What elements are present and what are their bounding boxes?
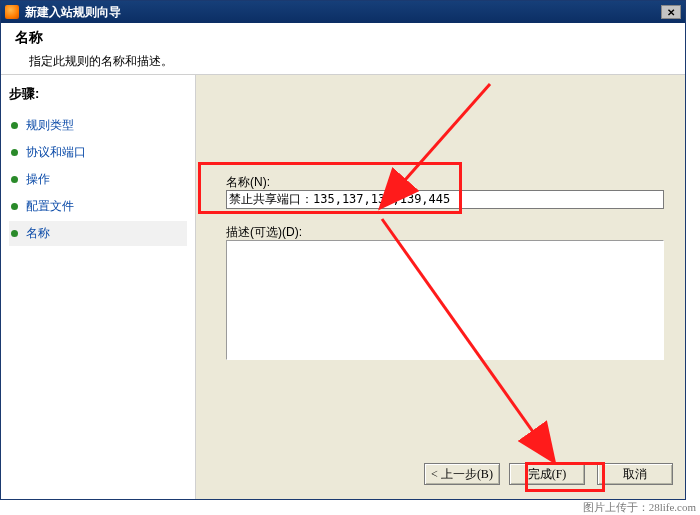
bullet-icon — [11, 149, 18, 156]
steps-sidebar: 步骤: 规则类型 协议和端口 操作 配置文件 — [1, 75, 196, 499]
step-label: 规则类型 — [26, 117, 74, 134]
description-label: 描述(可选)(D): — [226, 224, 302, 241]
titlebar: 新建入站规则向导 ✕ — [1, 1, 685, 23]
step-label: 操作 — [26, 171, 50, 188]
step-label: 名称 — [26, 225, 50, 242]
description-textarea[interactable] — [226, 240, 664, 360]
bullet-icon — [11, 203, 18, 210]
watermark-text: 图片上传于：28life.com — [583, 500, 696, 515]
window-title: 新建入站规则向导 — [25, 4, 661, 21]
step-action[interactable]: 操作 — [9, 167, 187, 192]
step-label: 协议和端口 — [26, 144, 86, 161]
name-input[interactable] — [226, 190, 664, 209]
finish-button[interactable]: 完成(F) — [509, 463, 585, 485]
name-label: 名称(N): — [226, 174, 270, 191]
bullet-icon — [11, 122, 18, 129]
step-profile[interactable]: 配置文件 — [9, 194, 187, 219]
step-name[interactable]: 名称 — [9, 221, 187, 246]
bullet-icon — [11, 230, 18, 237]
close-button[interactable]: ✕ — [661, 5, 681, 19]
bullet-icon — [11, 176, 18, 183]
steps-title: 步骤: — [9, 85, 187, 103]
cancel-button[interactable]: 取消 — [597, 463, 673, 485]
firewall-icon — [5, 5, 19, 19]
wizard-content: 名称(N): 描述(可选)(D): < 上一步(B) 完成(F) 取消 — [196, 75, 685, 499]
back-button[interactable]: < 上一步(B) — [424, 463, 500, 485]
header-subtitle: 指定此规则的名称和描述。 — [15, 53, 671, 70]
wizard-header: 名称 指定此规则的名称和描述。 — [1, 23, 685, 75]
wizard-body: 步骤: 规则类型 协议和端口 操作 配置文件 — [1, 75, 685, 499]
header-title: 名称 — [15, 29, 671, 47]
wizard-window: 新建入站规则向导 ✕ 名称 指定此规则的名称和描述。 步骤: 规则类型 协议和端… — [0, 0, 686, 500]
step-protocol-ports[interactable]: 协议和端口 — [9, 140, 187, 165]
step-label: 配置文件 — [26, 198, 74, 215]
step-rule-type[interactable]: 规则类型 — [9, 113, 187, 138]
